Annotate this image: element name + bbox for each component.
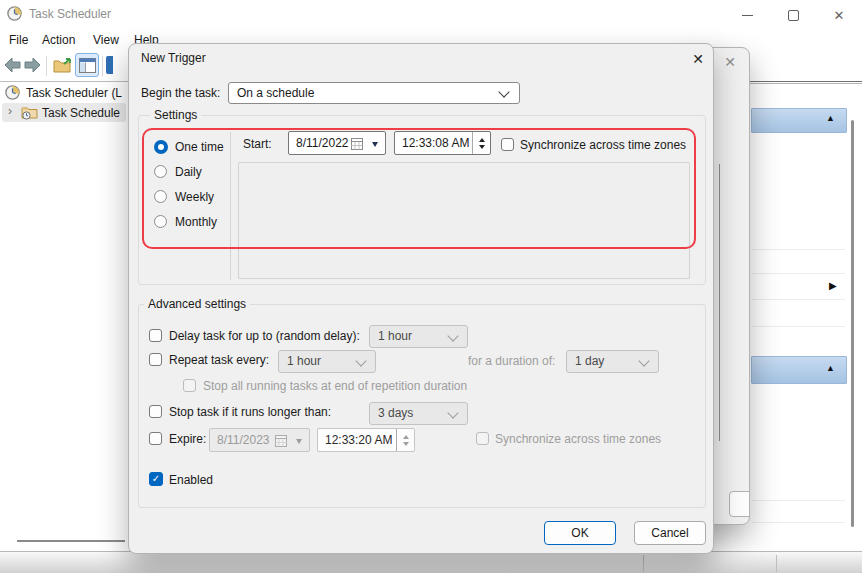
- advanced-settings-group-label: Advanced settings: [144, 297, 250, 311]
- background-dialog-content-edge: [719, 164, 720, 441]
- spin-down-icon: [403, 442, 409, 446]
- toolbar-separator-2: [102, 56, 103, 76]
- delay-task-checkbox[interactable]: [149, 329, 162, 342]
- right-pane-border-dark: [748, 81, 862, 82]
- tree-item-root[interactable]: Task Scheduler (L: [26, 86, 122, 100]
- background-dialog-close-button[interactable]: ✕: [717, 51, 743, 73]
- time-spin-buttons: [396, 429, 414, 451]
- list-separator: [752, 500, 845, 501]
- list-separator: [752, 273, 845, 274]
- tree-expand-icon[interactable]: ›: [8, 105, 12, 117]
- partial-toolbar-icon[interactable]: [106, 56, 113, 74]
- stop-all-tasks-checkbox: [183, 379, 196, 392]
- forward-button[interactable]: [24, 57, 41, 73]
- maximize-button[interactable]: [778, 4, 808, 26]
- repeat-task-label[interactable]: Repeat task every:: [169, 353, 269, 367]
- expire-sync-checkbox: [476, 432, 489, 445]
- list-separator: [752, 326, 845, 327]
- dialog-title: New Trigger: [141, 51, 206, 65]
- status-bar-divider: [643, 555, 644, 572]
- calendar-icon: [275, 435, 287, 447]
- app-clock-icon: [7, 6, 22, 21]
- stop-all-tasks-label: Stop all running tasks at end of repetit…: [203, 379, 467, 393]
- tree-clock-icon: [5, 85, 20, 100]
- close-icon: ✕: [692, 51, 704, 67]
- check-icon: ✓: [152, 473, 160, 484]
- back-button[interactable]: [4, 57, 21, 73]
- maximize-icon: [788, 10, 799, 21]
- delay-task-select: 1 hour: [369, 325, 468, 348]
- chevron-down-icon: [447, 330, 458, 341]
- stop-longer-select: 3 days: [369, 402, 468, 425]
- expire-sync-label: Synchronize across time zones: [495, 432, 661, 446]
- expand-item-icon[interactable]: ▶: [829, 281, 837, 290]
- duration-value: 1 day: [575, 354, 604, 368]
- menu-action[interactable]: Action: [38, 32, 79, 50]
- spin-up-icon: [403, 435, 409, 439]
- chevron-down-icon: [498, 86, 509, 97]
- repeat-task-checkbox[interactable]: [149, 353, 162, 366]
- stop-longer-label[interactable]: Stop task if it runs longer than:: [169, 405, 331, 419]
- delay-task-value: 1 hour: [378, 329, 412, 343]
- chevron-down-icon: [447, 407, 458, 418]
- actions-pane: [748, 84, 862, 551]
- list-separator: [752, 249, 845, 250]
- expire-date-value: 8/11/2023: [217, 433, 270, 447]
- chevron-down-icon: [355, 355, 366, 366]
- expire-time-spinner: 12:33:20 AM: [317, 428, 415, 452]
- duration-select: 1 day: [566, 350, 659, 373]
- ok-button-label: OK: [571, 526, 588, 540]
- date-dropdown-icon: [296, 439, 302, 444]
- enabled-label[interactable]: Enabled: [169, 473, 213, 487]
- stop-longer-checkbox[interactable]: [149, 405, 162, 418]
- stop-longer-value: 3 days: [378, 406, 413, 420]
- tree-item-library[interactable]: Task Schedule: [42, 106, 120, 120]
- toolbar-bottom-border: [0, 81, 128, 82]
- expire-date-picker: 8/11/2023: [209, 428, 310, 452]
- list-separator: [752, 522, 845, 523]
- chevron-down-icon: [638, 355, 649, 366]
- repeat-task-value: 1 hour: [287, 354, 321, 368]
- show-hide-tree-button[interactable]: [53, 57, 73, 74]
- new-trigger-dialog: New Trigger ✕ Begin the task: On a sched…: [128, 43, 714, 554]
- delay-task-label[interactable]: Delay task for up to (random delay):: [169, 329, 360, 343]
- close-icon: ✕: [724, 54, 736, 70]
- tree-folder-clock-icon: [21, 105, 39, 120]
- begin-task-value: On a schedule: [237, 86, 314, 100]
- tree-panel-bottom-line: [17, 540, 125, 542]
- background-dialog-partial-button: [729, 491, 750, 517]
- menu-file[interactable]: File: [5, 32, 32, 50]
- expire-checkbox[interactable]: [149, 432, 162, 445]
- begin-task-label: Begin the task:: [141, 86, 220, 100]
- duration-label: for a duration of:: [468, 354, 555, 368]
- close-icon: ✕: [834, 8, 845, 23]
- minimize-icon: [742, 15, 753, 16]
- toolbar-separator: [46, 56, 47, 76]
- task-scheduler-screen: Task Scheduler ✕ File Action View Help T…: [0, 0, 862, 573]
- cancel-button[interactable]: Cancel: [634, 521, 706, 545]
- repeat-task-select: 1 hour: [278, 350, 376, 373]
- settings-group-label: Settings: [150, 108, 201, 122]
- begin-task-select[interactable]: On a schedule: [228, 82, 520, 104]
- dialog-close-button[interactable]: ✕: [685, 48, 711, 70]
- minimize-button[interactable]: [732, 4, 762, 26]
- expire-time-value: 12:33:20 AM: [325, 433, 392, 447]
- console-panel-icon: [79, 58, 96, 73]
- expire-label[interactable]: Expire:: [169, 432, 206, 446]
- console-panel-button[interactable]: [75, 53, 99, 77]
- enabled-checkbox[interactable]: ✓: [149, 472, 163, 486]
- red-annotation-box: [142, 128, 696, 249]
- cancel-button-label: Cancel: [651, 526, 688, 540]
- actions-scrollbar[interactable]: [851, 120, 854, 527]
- status-bar-divider: [776, 555, 777, 572]
- list-separator: [752, 299, 845, 300]
- status-bar: [0, 551, 862, 573]
- window-title: Task Scheduler: [29, 7, 111, 21]
- collapse-section-1-icon[interactable]: ▲: [826, 114, 835, 123]
- window-close-button[interactable]: ✕: [824, 4, 854, 26]
- collapse-section-2-icon[interactable]: ▲: [826, 364, 835, 373]
- menu-view[interactable]: View: [89, 32, 123, 50]
- ok-button[interactable]: OK: [544, 521, 616, 545]
